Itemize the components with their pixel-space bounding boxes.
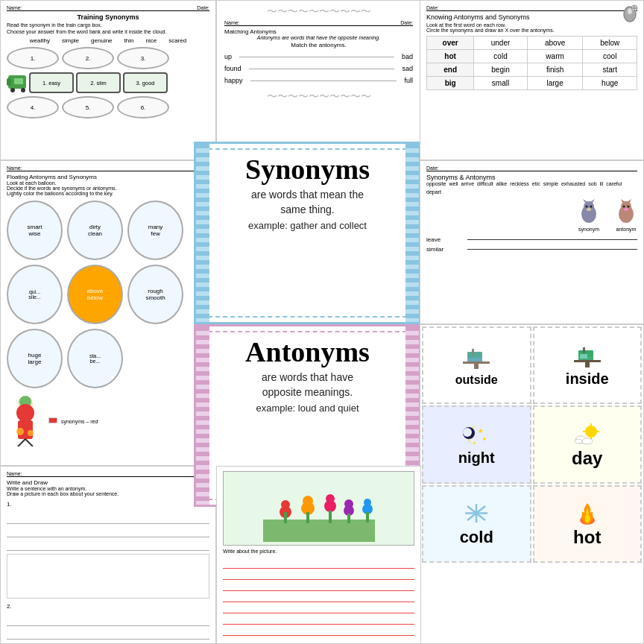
floating-inst3: Lightly color the balloons according to … xyxy=(7,191,209,196)
card-image-inside xyxy=(572,343,602,370)
fill-row-similar: similar xyxy=(426,246,637,253)
cloud-1: 1. xyxy=(7,47,59,69)
card-cold: cold xyxy=(422,485,531,563)
write-inst2: Draw a picture in each box about your se… xyxy=(7,491,209,496)
lined-row xyxy=(223,581,414,591)
write-inst1: Write a sentence with an antonym. xyxy=(7,486,209,491)
svg-point-60 xyxy=(474,511,479,516)
lined-row xyxy=(223,637,414,644)
cell-start: start xyxy=(583,63,637,77)
lined-area xyxy=(223,558,414,644)
synant-date: Date: xyxy=(426,165,439,171)
train-engine-icon xyxy=(7,72,29,93)
animal-wolf: synonym xyxy=(578,199,600,232)
matching-date: Date: xyxy=(400,20,413,25)
card-word-cold: cold xyxy=(460,528,493,547)
poster-syn-line1: are words that mean the xyxy=(223,189,392,201)
cell-end: end xyxy=(427,63,474,77)
page-container: Name: Date: Training Synonyms Read the s… xyxy=(0,0,644,644)
svg-point-73 xyxy=(344,499,353,508)
svg-rect-41 xyxy=(585,362,590,367)
svg-marker-20 xyxy=(583,199,587,203)
word-reckless: reckless xyxy=(510,181,529,186)
svg-point-9 xyxy=(16,428,24,435)
svg-point-30 xyxy=(628,206,630,208)
svg-point-24 xyxy=(587,208,591,211)
lined-row xyxy=(223,603,414,613)
card-word-hot: hot xyxy=(573,527,601,548)
svg-point-29 xyxy=(623,206,625,208)
match-row-2: found sad xyxy=(224,65,413,72)
cloud-2: 2. xyxy=(62,47,114,69)
svg-rect-4 xyxy=(14,78,23,84)
write-draw-box-1 xyxy=(7,554,209,599)
lined-row xyxy=(223,558,414,569)
svg-text:★: ★ xyxy=(473,441,476,445)
svg-point-10 xyxy=(28,430,34,436)
card-grid: outside inside xyxy=(420,324,644,644)
svg-rect-33 xyxy=(467,352,482,358)
card-image-hot xyxy=(572,499,602,527)
poster-ant-line2: opposite meanings. xyxy=(223,386,392,398)
knowing-inst2: Circle the synonyms and draw an X over t… xyxy=(426,28,637,33)
svg-rect-42 xyxy=(580,354,587,359)
svg-marker-21 xyxy=(590,199,595,203)
antonym-label: antonym xyxy=(615,227,637,232)
animal-cat: antonym xyxy=(615,199,637,232)
poster-syn-title: Synonyms xyxy=(223,153,392,186)
worksheet-write: Name: Date: Write and Draw Write a sente… xyxy=(0,466,216,644)
clown-icon xyxy=(7,394,44,446)
floating-title: Floating Antonyms and Synonyms xyxy=(7,174,209,180)
svg-line-11 xyxy=(18,439,25,446)
svg-point-22 xyxy=(586,206,588,208)
knowing-date-label: Date: xyxy=(426,5,439,10)
word-list-area: opposite well arrive difficult alike rec… xyxy=(426,181,637,195)
cell-large: large xyxy=(527,77,583,90)
left-stripe xyxy=(196,144,209,322)
key-text: synonyms – red xyxy=(61,419,98,424)
name-label: Name: xyxy=(7,5,22,10)
word-sob: sob xyxy=(588,181,596,186)
svg-rect-71 xyxy=(329,511,332,523)
match-line-3 xyxy=(250,74,397,81)
floating-inst1: Look at each balloon. xyxy=(7,180,209,186)
knowing-title: Knowing Antonyms and Synonyms xyxy=(426,13,637,21)
mailbox-inside-icon xyxy=(572,343,602,369)
fire-icon xyxy=(572,499,602,525)
svg-point-31 xyxy=(624,208,628,211)
poster-ant-example: example: loud and quiet xyxy=(223,402,392,414)
svg-rect-34 xyxy=(472,349,474,355)
poster-ant-line1: are words that have xyxy=(223,371,392,383)
knowing-name-date: Date: xyxy=(426,5,637,11)
svg-rect-62 xyxy=(263,520,375,542)
write-item1: 1. xyxy=(7,501,209,508)
write-name-date: Name: Date: xyxy=(7,471,209,477)
card-image-outside xyxy=(461,344,491,372)
cell-hot: hot xyxy=(427,50,474,63)
card-image-cold xyxy=(461,500,491,528)
wb-scared: scared xyxy=(168,37,186,44)
key-color-red xyxy=(48,417,57,423)
card-day: day xyxy=(533,405,643,483)
cell-small: small xyxy=(474,77,528,90)
worksheet-synant: Date: Synonyms & Antonyms opposite well … xyxy=(420,160,644,324)
svg-text:★: ★ xyxy=(478,428,484,435)
cell-warm: warm xyxy=(527,50,583,63)
svg-point-44 xyxy=(463,428,472,437)
cell-under: under xyxy=(474,37,528,50)
card-word-day: day xyxy=(572,448,602,469)
match-row-1: up bad xyxy=(224,53,413,60)
matching-sub1: Antonyms are words that have the opposit… xyxy=(224,35,413,40)
snowflake-icon xyxy=(461,500,491,526)
balloon-sta-be: sta...be... xyxy=(67,329,123,388)
word-simple: simple xyxy=(543,181,558,186)
svg-rect-65 xyxy=(284,512,287,523)
training-inst1: Read the synonym in the train cargo box. xyxy=(7,22,209,28)
matching-name: Name: xyxy=(224,20,240,25)
worksheet-floating: Name: Date: Floating Antonyms and Synony… xyxy=(0,160,216,466)
write-line xyxy=(7,628,209,640)
cell-cold: cold xyxy=(474,50,528,63)
cell-finish: finish xyxy=(527,63,583,77)
svg-point-64 xyxy=(281,500,290,509)
training-title: Training Synonyms xyxy=(7,13,209,21)
